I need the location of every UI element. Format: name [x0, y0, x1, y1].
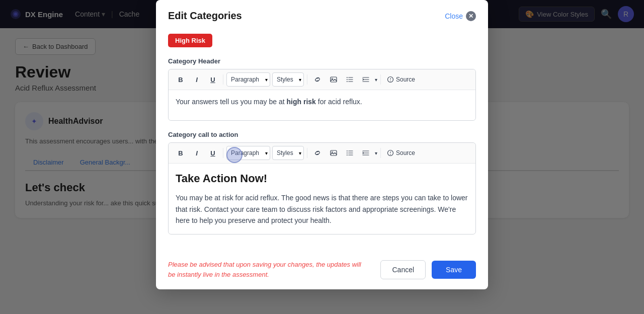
underline-button-2[interactable]: U: [206, 146, 220, 160]
cta-content[interactable]: Take Action Now! You may be at risk for …: [169, 164, 475, 234]
source-button-2[interactable]: Source: [384, 147, 418, 159]
svg-rect-16: [331, 150, 337, 155]
styles-select-wrapper-1: Styles ▾: [272, 72, 304, 87]
paragraph-select-wrapper-2: Paragraph Heading 1 Heading 2 ▾: [226, 146, 270, 160]
save-button[interactable]: Save: [432, 261, 476, 279]
modal-overlay: Edit Categories Close ✕ High Risk Catego…: [0, 0, 644, 314]
modal-footer: Please be advised that upon saving your …: [156, 253, 488, 289]
link-icon-1: [314, 76, 321, 83]
cta-heading: Take Action Now!: [176, 170, 468, 187]
footer-note: Please be advised that upon saving your …: [168, 260, 369, 279]
italic-button-1[interactable]: I: [190, 72, 204, 87]
cancel-button[interactable]: Cancel: [380, 260, 426, 279]
indent-icon-1: [362, 76, 369, 83]
image-icon-1: [330, 76, 337, 83]
source-icon-2: [387, 149, 394, 156]
indent-button-2[interactable]: [359, 146, 373, 160]
close-x-icon: ✕: [466, 11, 476, 21]
footer-actions: Cancel Save: [380, 260, 476, 279]
close-label: Close: [445, 12, 463, 20]
divider-4: [223, 148, 223, 158]
category-header-label: Category Header: [168, 57, 476, 65]
divider-2: [307, 74, 307, 85]
svg-point-17: [332, 151, 333, 152]
svg-point-28: [390, 154, 391, 155]
category-header-editor: B I U Paragraph Heading 1 Heading 2 Head…: [168, 69, 476, 121]
image-button-1[interactable]: [327, 72, 341, 87]
modal-header: Edit Categories Close ✕: [156, 0, 488, 30]
styles-select-wrapper-2: Styles ▾: [272, 146, 304, 160]
footer-note-prefix: Please be advised: [168, 261, 223, 268]
indent-dropdown-icon-2: ▾: [375, 150, 377, 156]
indent-icon-2: [362, 149, 369, 156]
cta-editor: B I U Paragraph Heading 1 Heading 2 ▾: [168, 142, 476, 234]
header-text-suffix: for acid reflux.: [316, 98, 362, 106]
image-button-2[interactable]: [327, 146, 341, 160]
modal-title: Edit Categories: [168, 10, 242, 22]
edit-categories-modal: Edit Categories Close ✕ High Risk Catego…: [156, 0, 488, 289]
cta-body: You may be at risk for acid reflux. The …: [176, 192, 468, 226]
bold-button-2[interactable]: B: [174, 146, 188, 160]
image-icon-2: [330, 149, 337, 156]
paragraph-select-1[interactable]: Paragraph Heading 1 Heading 2 Heading 3: [226, 72, 270, 87]
header-text-prefix: Your answers tell us you may be at: [176, 98, 287, 106]
list-icon-1: [346, 76, 353, 83]
modal-close-button[interactable]: Close ✕: [445, 11, 476, 21]
svg-point-4: [332, 78, 333, 79]
cta-label: Category call to action: [168, 131, 476, 138]
italic-button-2[interactable]: I: [190, 146, 204, 160]
indent-button-1[interactable]: [359, 72, 373, 87]
styles-select-1[interactable]: Styles: [272, 72, 304, 87]
underline-button-1[interactable]: U: [206, 72, 220, 87]
styles-select-2[interactable]: Styles: [272, 146, 304, 160]
indent-dropdown-icon-1: ▾: [375, 77, 377, 83]
risk-badge: High Risk: [168, 34, 212, 47]
toolbar-2: B I U Paragraph Heading 1 Heading 2 ▾: [169, 143, 475, 164]
bold-button-1[interactable]: B: [174, 72, 188, 87]
list-button-1[interactable]: [343, 72, 357, 87]
divider-6: [380, 148, 381, 158]
header-text-bold: high risk: [287, 98, 316, 106]
list-icon-2: [346, 149, 353, 156]
link-button-2[interactable]: [310, 146, 325, 160]
paragraph-select-2[interactable]: Paragraph Heading 1 Heading 2: [226, 146, 270, 160]
link-icon-2: [314, 149, 321, 156]
link-button-1[interactable]: [310, 72, 325, 87]
divider-5: [307, 148, 307, 158]
divider-3: [380, 74, 381, 85]
category-header-content[interactable]: Your answers tell us you may be at high …: [169, 90, 475, 120]
source-icon-1: [387, 76, 394, 83]
source-button-1[interactable]: Source: [384, 74, 418, 85]
list-button-2[interactable]: [343, 146, 357, 160]
divider-1: [223, 74, 223, 85]
modal-body: High Risk Category Header B I U Paragrap…: [156, 30, 488, 253]
svg-rect-3: [331, 77, 337, 82]
toolbar-1: B I U Paragraph Heading 1 Heading 2 Head…: [169, 69, 475, 90]
paragraph-select-wrapper-1: Paragraph Heading 1 Heading 2 Heading 3 …: [226, 72, 270, 87]
svg-point-15: [390, 81, 391, 82]
